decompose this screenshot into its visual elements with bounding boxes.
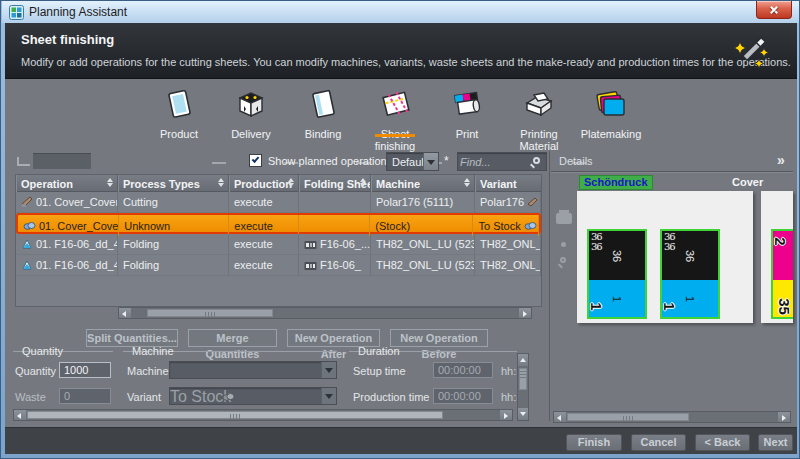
front-side-tag: Schöndruck xyxy=(579,175,653,190)
zoom-icon[interactable] xyxy=(560,257,566,263)
step-printing-material[interactable]: Printing Material xyxy=(503,87,575,152)
scroll-right-icon[interactable] xyxy=(500,410,512,420)
page-description: Modify or add operations for the cutting… xyxy=(21,56,791,68)
sheet-finishing-icon xyxy=(378,87,412,121)
group-legend: Duration xyxy=(355,345,403,357)
scrollbar-thumb[interactable] xyxy=(147,309,273,317)
variant-select[interactable]: To Stock xyxy=(169,387,337,405)
chevron-down-icon xyxy=(321,388,336,404)
scroll-left-icon[interactable] xyxy=(14,410,26,420)
step-sheet-finishing[interactable]: Sheet finishing xyxy=(359,87,431,152)
table-header: Operation Process Types Production Foldi… xyxy=(16,175,541,192)
column-header-production[interactable]: Production xyxy=(229,175,299,192)
table-row-selected[interactable]: 01. Cover_Cover (T... Unknown execute (S… xyxy=(16,213,541,234)
scroll-left-icon[interactable] xyxy=(554,412,566,422)
page-thumbnail: 3636 36 1 1 xyxy=(587,229,647,319)
step-separator xyxy=(212,162,226,164)
cutting-icon xyxy=(527,197,538,207)
step-platemaking[interactable]: Platemaking xyxy=(575,87,647,140)
production-time-label: Production time xyxy=(353,391,429,403)
table-row[interactable]: 01. F16-06_dd_4x2 ... Folding execute F1… xyxy=(16,255,541,276)
printer-icon[interactable] xyxy=(556,213,572,224)
cancel-button[interactable]: Cancel xyxy=(631,434,686,451)
group-legend: Quantity xyxy=(19,345,66,357)
wizard-step-bar: Product Delivery xyxy=(5,79,797,149)
machine-label: Machine xyxy=(127,365,169,377)
scroll-up-icon[interactable] xyxy=(518,354,528,366)
step-label: Print xyxy=(431,128,503,140)
cover-sheet-label: Cover xyxy=(732,176,763,188)
cutting-icon xyxy=(21,196,33,208)
waste-input[interactable] xyxy=(59,388,111,404)
production-time-unit: hh:mm xyxy=(501,391,518,403)
step-label: Binding xyxy=(287,128,359,140)
details-horizontal-scrollbar[interactable] xyxy=(553,411,791,423)
scrollbar-thumb[interactable] xyxy=(519,368,527,390)
scroll-left-icon[interactable] xyxy=(119,308,131,318)
show-planned-checkbox[interactable] xyxy=(249,154,262,167)
to-stock-icon xyxy=(524,221,537,231)
chevron-down-icon[interactable] xyxy=(423,153,438,170)
delivery-icon xyxy=(234,87,268,121)
scroll-right-icon[interactable] xyxy=(519,308,531,318)
column-header-machine[interactable]: Machine xyxy=(371,175,475,192)
find-input[interactable] xyxy=(460,154,528,169)
group-legend: Machine xyxy=(129,345,177,357)
sort-icon xyxy=(288,178,294,187)
filter-icon[interactable] xyxy=(17,157,30,166)
scroll-right-icon[interactable] xyxy=(778,412,790,422)
production-time-input[interactable] xyxy=(433,388,493,404)
scroll-down-icon[interactable] xyxy=(518,408,528,420)
step-binding[interactable]: Binding xyxy=(287,87,359,140)
page-number: 1 xyxy=(684,295,696,301)
window-titlebar[interactable]: Planning Assistant xyxy=(2,1,800,23)
step-delivery[interactable]: Delivery xyxy=(215,87,287,140)
search-icon[interactable] xyxy=(533,157,540,164)
next-button[interactable]: Next > xyxy=(758,434,793,451)
scrollbar-thumb[interactable] xyxy=(567,413,689,421)
scrollbar-thumb[interactable] xyxy=(27,411,443,419)
magic-wand-icon[interactable] xyxy=(731,29,773,73)
folder-machine-icon xyxy=(304,260,317,271)
quantity-label: Quantity xyxy=(15,365,56,377)
back-button[interactable]: < Back xyxy=(695,434,750,451)
duration-group: Duration Setup time hh:mm Production tim… xyxy=(349,351,517,413)
form-vertical-scrollbar[interactable] xyxy=(517,353,529,421)
form-horizontal-scrollbar[interactable] xyxy=(13,409,513,421)
column-header-operation[interactable]: Operation xyxy=(16,175,118,192)
merge-quantities-button[interactable]: Merge Quantities xyxy=(188,329,277,347)
sheet-preview-cover[interactable]: 2 2 35 35 xyxy=(761,191,793,323)
active-step-indicator xyxy=(375,134,415,137)
page-title: Sheet finishing xyxy=(21,32,114,47)
details-expand-button[interactable]: » xyxy=(777,152,785,168)
column-header-folding-sheet[interactable]: Folding Sheet xyxy=(299,175,371,192)
table-row[interactable]: 01. F16-06_dd_4x2 ... Folding execute F1… xyxy=(16,234,541,255)
sheet-preview-schoendruck[interactable]: 3636 36 1 1 3636 36 1 1 xyxy=(577,191,753,323)
operations-table: Operation Process Types Production Foldi… xyxy=(15,174,542,307)
details-title: Details xyxy=(559,155,593,167)
machine-select[interactable] xyxy=(169,361,337,379)
operation-filter-box[interactable] xyxy=(33,153,91,169)
app-icon xyxy=(9,5,24,20)
page-thumbnail: 3636 36 1 1 xyxy=(660,229,720,319)
setup-time-input[interactable] xyxy=(433,362,493,378)
preset-select[interactable]: Default xyxy=(386,152,439,171)
printing-material-icon xyxy=(522,87,556,121)
radio-dot-icon[interactable] xyxy=(561,242,566,247)
quantity-input[interactable] xyxy=(59,362,111,378)
column-header-process-types[interactable]: Process Types xyxy=(118,175,229,192)
print-icon xyxy=(450,87,484,121)
chevron-down-icon xyxy=(321,362,336,378)
column-header-variant[interactable]: Variant xyxy=(475,175,541,192)
finish-button[interactable]: Finish xyxy=(566,434,622,451)
waste-label: Waste xyxy=(15,391,46,403)
close-button[interactable] xyxy=(756,1,792,19)
new-operation-before-button[interactable]: New Operation Before xyxy=(390,329,488,347)
table-horizontal-scrollbar[interactable] xyxy=(118,307,532,319)
step-product[interactable]: Product xyxy=(143,87,215,140)
planning-assistant-window: Planning Assistant Sheet finishing Modif… xyxy=(0,0,800,459)
table-row[interactable]: 01. Cover_Cover Cutting execute Polar176… xyxy=(16,192,541,213)
step-print[interactable]: Print xyxy=(431,87,503,140)
preset-modified-marker: * xyxy=(444,154,449,168)
page-number: 36 xyxy=(684,249,696,261)
